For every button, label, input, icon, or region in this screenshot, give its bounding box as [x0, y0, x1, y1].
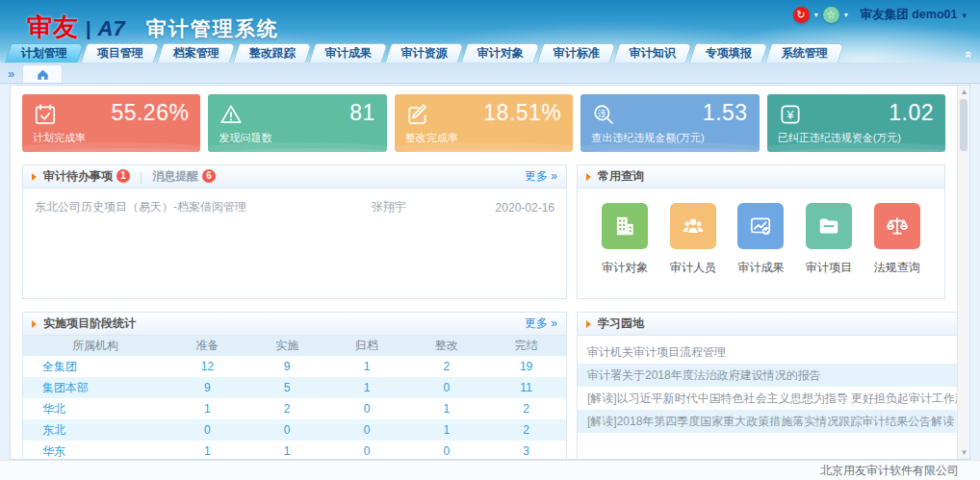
stat-value: 55.26%: [111, 100, 189, 126]
stat-card-发现问题数[interactable]: 81 发现问题数: [208, 94, 386, 152]
stage-count-link[interactable]: 11: [486, 377, 566, 398]
home-tab[interactable]: [22, 64, 63, 83]
panel-bullet-icon: [586, 320, 591, 328]
collapse-nav-icon[interactable]: «: [963, 51, 975, 58]
stage-count-link[interactable]: 9: [247, 356, 327, 377]
stage-org-link[interactable]: 全集团: [23, 356, 168, 377]
star-icon[interactable]: ☆: [823, 7, 839, 23]
todo-item[interactable]: 东北公司历史项目（易天）-档案借阅管理 张翔宇 2020-02-16: [23, 189, 566, 215]
stage-count-link[interactable]: 1: [247, 441, 327, 460]
quick-query-审计项目[interactable]: 审计项目: [806, 203, 852, 298]
nav-tab-label: 审计成果: [325, 45, 372, 62]
stage-count-link[interactable]: 2: [406, 356, 486, 377]
nav-tab-审计标准[interactable]: 审计标准: [537, 43, 616, 63]
stat-value: 1.53: [703, 100, 748, 126]
main-nav: 计划管理项目管理档案管理整改跟踪审计成果审计资源审计对象审计标准审计知识专项填报…: [8, 43, 844, 63]
nav-tab-审计资源[interactable]: 审计资源: [385, 43, 464, 63]
tab-audit-todo[interactable]: 审计待办事项1: [43, 168, 130, 185]
learning-item-link[interactable]: 审计署关于2018年度法治政府建设情况的报告: [578, 364, 970, 387]
stat-cards: 55.26% 计划完成率 81 发现问题数 18.51% 整改完成率 违 1.5…: [22, 94, 945, 152]
stat-card-查出违纪违规金额(万元)[interactable]: 违 1.53 查出违纪违规金额(万元): [580, 94, 759, 152]
nav-tab-审计成果[interactable]: 审计成果: [309, 43, 388, 63]
stage-count-link[interactable]: 1: [406, 419, 486, 441]
calendar-check-icon: [33, 102, 58, 131]
nav-tab-专项填报[interactable]: 专项填报: [689, 43, 768, 63]
stage-count-link[interactable]: 0: [327, 419, 407, 441]
stage-stats-table: 所属机构准备实施归档整改完结 全集团1291219集团本部951011华北120…: [23, 336, 566, 460]
quick-query-title: 常用查询: [598, 168, 644, 185]
learning-item-link[interactable]: [解读]2018年第四季度国家重大政策措施落实情况跟踪审计结果公告解读: [578, 410, 970, 433]
stage-count-link[interactable]: 19: [486, 356, 566, 377]
stat-label: 发现问题数: [219, 131, 271, 145]
stage-org-link[interactable]: 华北: [23, 398, 168, 419]
stage-count-link[interactable]: 0: [247, 419, 327, 441]
tab-message-remind[interactable]: 消息提醒6: [152, 168, 216, 185]
nav-tab-项目管理[interactable]: 项目管理: [81, 43, 160, 63]
scrollbar-thumb[interactable]: [960, 99, 967, 151]
nav-tab-label: 项目管理: [97, 45, 143, 62]
folder-icon: [806, 203, 852, 249]
quick-query-审计成果[interactable]: 审计成果: [737, 203, 784, 298]
nav-tab-审计对象[interactable]: 审计对象: [461, 43, 540, 63]
stage-more-link[interactable]: 更多 »: [525, 316, 557, 332]
stage-org-link[interactable]: 东北: [23, 419, 168, 441]
stage-column-header: 整改: [406, 336, 486, 356]
stat-card-计划完成率[interactable]: 55.26% 计划完成率: [22, 94, 200, 152]
stat-card-已纠正违纪违规资金(万元)[interactable]: ¥ 1.02 已纠正违纪违规资金(万元): [767, 94, 945, 152]
todo-list: 东北公司历史项目（易天）-档案借阅管理 张翔宇 2020-02-16: [23, 189, 566, 298]
quick-query-label: 法规查询: [874, 260, 920, 276]
nav-tab-整改跟踪[interactable]: 整改跟踪: [233, 43, 312, 63]
stage-count-link[interactable]: 1: [327, 356, 407, 377]
scroll-up-icon[interactable]: ▲: [958, 86, 970, 98]
stage-count-link[interactable]: 3: [486, 441, 566, 460]
stage-count-link[interactable]: 0: [406, 377, 486, 398]
quick-query-审计人员[interactable]: 审计人员: [670, 203, 716, 298]
nav-tab-系统管理[interactable]: 系统管理: [765, 43, 844, 63]
stage-stats-title: 实施项目阶段统计: [43, 316, 136, 332]
app-header: 审友 | A7 审计管理系统 ↻▾☆▾审友集团 demo01 ▾ 计划管理项目管…: [0, 0, 980, 63]
expand-menu-icon[interactable]: »: [8, 67, 14, 80]
stat-value: 81: [349, 100, 375, 126]
todo-more-link[interactable]: 更多 »: [525, 168, 557, 185]
stage-count-link[interactable]: 2: [486, 419, 566, 441]
nav-tab-档案管理[interactable]: 档案管理: [157, 43, 236, 63]
stage-count-link[interactable]: 1: [327, 377, 407, 398]
stage-count-link[interactable]: 2: [247, 398, 327, 419]
stage-org-link[interactable]: 集团本部: [23, 377, 168, 398]
todo-count-badge: 1: [116, 169, 130, 183]
logo-brand: 审友: [27, 11, 79, 44]
stage-count-link[interactable]: 1: [168, 398, 247, 419]
user-menu[interactable]: 审友集团 demo01: [861, 7, 958, 23]
vertical-scrollbar[interactable]: ▲ ▼: [957, 86, 969, 459]
stage-count-link[interactable]: 0: [327, 441, 407, 460]
stage-org-link[interactable]: 华东: [23, 441, 168, 460]
stat-value: 1.02: [889, 100, 934, 126]
user-caret-icon[interactable]: ▾: [962, 11, 967, 20]
stage-count-link[interactable]: 0: [406, 441, 486, 460]
stat-card-整改完成率[interactable]: 18.51% 整改完成率: [395, 94, 573, 152]
nav-tab-label: 审计知识: [630, 45, 676, 62]
learning-item-link[interactable]: [解读]以习近平新时代中国特色社会主义思想为指导 更好担负起审计工作新职责新..…: [578, 387, 970, 410]
stage-count-link[interactable]: 12: [168, 356, 247, 377]
stage-count-link[interactable]: 5: [247, 377, 327, 398]
dropdown-caret-icon[interactable]: ▾: [844, 11, 848, 19]
sync-icon[interactable]: ↻: [793, 7, 810, 23]
quick-query-法规查询[interactable]: 法规查询: [874, 203, 920, 298]
stage-count-link[interactable]: 0: [168, 419, 247, 441]
nav-tab-审计知识[interactable]: 审计知识: [613, 43, 692, 63]
nav-tab-计划管理[interactable]: 计划管理: [5, 43, 84, 63]
dropdown-caret-icon[interactable]: ▾: [814, 11, 818, 19]
quick-query-审计对象[interactable]: 审计对象: [602, 203, 648, 298]
stage-count-link[interactable]: 0: [327, 398, 407, 419]
panel-bullet-icon: [32, 320, 37, 328]
stage-count-link[interactable]: 2: [486, 398, 566, 419]
scroll-down-icon[interactable]: ▼: [958, 446, 970, 459]
stage-count-link[interactable]: 9: [168, 377, 247, 398]
stage-count-link[interactable]: 1: [406, 398, 486, 419]
learning-title: 学习园地: [598, 316, 644, 332]
stage-count-link[interactable]: 1: [168, 441, 247, 460]
yuan-icon: ¥: [778, 102, 803, 131]
learning-item-link[interactable]: 审计机关审计项目流程管理: [578, 341, 970, 364]
table-row: 全集团1291219: [23, 356, 566, 377]
users-icon: [670, 203, 716, 249]
